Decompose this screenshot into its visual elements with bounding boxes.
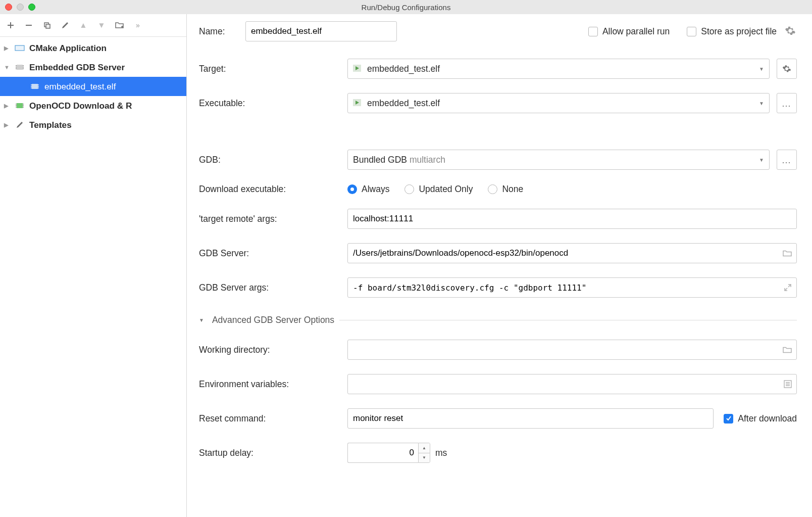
config-panel: Name: Allow parallel run Store as projec… bbox=[187, 14, 812, 517]
tree-item-label: Templates bbox=[29, 120, 72, 130]
gdb-label: GDB: bbox=[199, 155, 340, 165]
run-icon bbox=[353, 99, 362, 107]
sidebar-toolbar: ▲ ▼ » bbox=[0, 14, 186, 37]
name-label: Name: bbox=[199, 26, 237, 37]
close-window-button[interactable] bbox=[5, 4, 12, 11]
executable-value: embedded_test.elf bbox=[367, 98, 440, 109]
copy-config-button[interactable] bbox=[41, 20, 53, 31]
project-file-settings-button[interactable] bbox=[785, 25, 797, 37]
chip-icon bbox=[29, 82, 40, 91]
radio-updated-only[interactable]: Updated Only bbox=[404, 184, 473, 195]
env-vars-input[interactable] bbox=[347, 374, 797, 394]
name-input[interactable] bbox=[245, 21, 397, 41]
target-remote-args-input[interactable] bbox=[347, 209, 797, 229]
working-directory-label: Working directory: bbox=[199, 345, 340, 355]
move-down-button[interactable]: ▼ bbox=[96, 20, 107, 31]
target-remote-args-label: 'target remote' args: bbox=[199, 214, 340, 224]
startup-delay-label: Startup delay: bbox=[199, 448, 340, 458]
add-config-button[interactable] bbox=[5, 20, 16, 31]
svg-rect-4 bbox=[32, 84, 38, 89]
checkbox-label: After download bbox=[738, 413, 797, 424]
executable-browse-button[interactable]: … bbox=[777, 93, 797, 113]
wrench-icon bbox=[14, 120, 25, 129]
target-value: embedded_test.elf bbox=[367, 64, 440, 74]
checkbox-label: Store as project file bbox=[701, 26, 777, 37]
target-select[interactable]: embedded_test.elf ▼ bbox=[347, 59, 770, 79]
download-executable-label: Download executable: bbox=[199, 184, 340, 195]
browse-folder-icon[interactable] bbox=[783, 346, 792, 354]
minimize-window-button[interactable] bbox=[17, 4, 24, 11]
svg-rect-5 bbox=[17, 103, 23, 108]
spinner-up-button[interactable]: ▲ bbox=[419, 443, 430, 453]
after-download-checkbox[interactable]: After download bbox=[724, 413, 797, 424]
zoom-window-button[interactable] bbox=[28, 4, 35, 11]
executable-label: Executable: bbox=[199, 98, 340, 109]
run-debug-configurations-window: Run/Debug Configurations ▲ ▼ bbox=[0, 0, 812, 517]
gdb-server-args-label: GDB Server args: bbox=[199, 283, 340, 293]
tree-item-label: OpenOCD Download & R bbox=[29, 101, 132, 111]
tree-item-embedded-gdb-server[interactable]: ▼ Embedded GDB Server bbox=[0, 58, 186, 77]
reset-command-label: Reset command: bbox=[199, 413, 340, 424]
gdb-browse-button[interactable]: … bbox=[777, 150, 797, 170]
radio-none[interactable]: None bbox=[488, 184, 523, 195]
titlebar: Run/Debug Configurations bbox=[0, 0, 812, 14]
reset-command-input[interactable] bbox=[347, 408, 714, 429]
remove-config-button[interactable] bbox=[23, 20, 34, 31]
startup-delay-unit: ms bbox=[435, 448, 447, 458]
chip-icon bbox=[14, 63, 25, 72]
edit-defaults-button[interactable] bbox=[60, 20, 71, 31]
advanced-section-header[interactable]: ▼ Advanced GDB Server Options bbox=[199, 315, 797, 325]
target-label: Target: bbox=[199, 64, 340, 74]
window-title: Run/Debug Configurations bbox=[0, 3, 812, 12]
tree-item-templates[interactable]: ▶ Templates bbox=[0, 115, 186, 134]
svg-rect-1 bbox=[46, 24, 50, 28]
target-settings-button[interactable] bbox=[777, 59, 797, 79]
tree-item-label: Embedded GDB Server bbox=[29, 62, 125, 73]
gdb-select[interactable]: Bundled GDB multiarch ▼ bbox=[347, 150, 770, 170]
download-executable-radios: Always Updated Only None bbox=[347, 184, 797, 195]
store-project-file-checkbox[interactable]: Store as project file bbox=[687, 26, 777, 37]
spinner-down-button[interactable]: ▼ bbox=[419, 453, 430, 463]
startup-delay-input[interactable] bbox=[347, 443, 418, 463]
folder-button[interactable] bbox=[114, 20, 125, 31]
svg-rect-3 bbox=[17, 65, 23, 70]
startup-delay-spinner[interactable]: ▲ ▼ bbox=[347, 443, 430, 463]
executable-select[interactable]: embedded_test.elf ▼ bbox=[347, 93, 770, 113]
chevron-down-icon: ▼ bbox=[759, 101, 764, 106]
move-up-button[interactable]: ▲ bbox=[78, 20, 89, 31]
tree-item-cmake-application[interactable]: ▶ CMake Application bbox=[0, 38, 186, 58]
gdb-value-muted: multiarch bbox=[410, 155, 445, 165]
list-icon[interactable] bbox=[784, 380, 792, 388]
expand-icon[interactable] bbox=[784, 284, 792, 292]
cmake-icon bbox=[14, 43, 25, 53]
tree-item-openocd[interactable]: ▶ OpenOCD Download & R bbox=[0, 96, 186, 115]
expand-button[interactable]: » bbox=[132, 20, 143, 31]
env-vars-label: Environment variables: bbox=[199, 379, 340, 390]
gdb-value-prefix: Bundled GDB bbox=[353, 155, 410, 165]
radio-always[interactable]: Always bbox=[347, 184, 389, 195]
tree-item-embedded-test-elf[interactable]: embedded_test.elf bbox=[0, 77, 186, 96]
gdb-server-input[interactable] bbox=[347, 243, 797, 263]
working-directory-input[interactable] bbox=[347, 340, 797, 360]
allow-parallel-checkbox[interactable]: Allow parallel run bbox=[588, 26, 670, 37]
tree-item-label: embedded_test.elf bbox=[44, 81, 116, 92]
sidebar: ▲ ▼ » ▶ CMake Application ▼ bbox=[0, 14, 187, 517]
chip-green-icon bbox=[14, 101, 25, 110]
chevron-down-icon: ▼ bbox=[759, 157, 764, 163]
svg-rect-2 bbox=[15, 45, 24, 51]
checkbox-label: Allow parallel run bbox=[602, 26, 670, 37]
tree-item-label: CMake Application bbox=[29, 43, 107, 54]
gdb-server-label: GDB Server: bbox=[199, 248, 340, 259]
chevron-down-icon: ▼ bbox=[759, 66, 764, 72]
config-tree: ▶ CMake Application ▼ Embedded GDB Serve… bbox=[0, 37, 186, 517]
gdb-server-args-input[interactable] bbox=[347, 277, 797, 298]
run-icon bbox=[353, 65, 362, 73]
browse-folder-icon[interactable] bbox=[783, 250, 792, 257]
